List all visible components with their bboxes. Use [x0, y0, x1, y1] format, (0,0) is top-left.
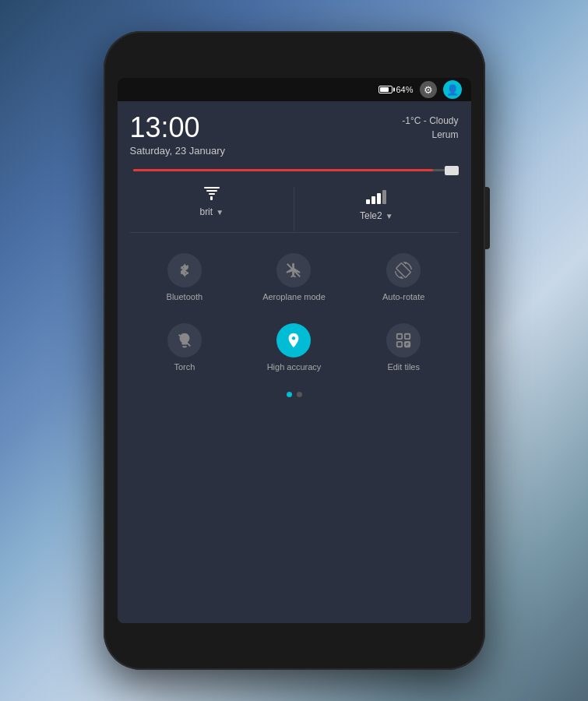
bluetooth-label: Bluetooth [167, 292, 202, 301]
tile-edittiles[interactable]: Edit tiles [349, 315, 459, 379]
tile-bluetooth[interactable]: Bluetooth [130, 245, 240, 309]
svg-point-12 [405, 342, 410, 347]
page-dots [130, 392, 459, 397]
signal-icon [366, 187, 386, 204]
wifi-dropdown-icon[interactable]: ▼ [216, 208, 224, 217]
svg-rect-7 [397, 334, 402, 339]
tile-aeroplane[interactable]: Aeroplane mode [239, 245, 349, 309]
quick-tiles-grid: Bluetooth Aeroplane mode [130, 245, 459, 379]
aeroplane-label: Aeroplane mode [262, 292, 326, 301]
tile-torch[interactable]: Torch [130, 315, 240, 379]
settings-icon[interactable]: ⚙ [420, 81, 437, 98]
wifi-label: brit ▼ [199, 206, 224, 217]
bluetooth-icon [167, 253, 202, 287]
aeroplane-icon [276, 253, 311, 287]
autorotate-icon [386, 253, 421, 287]
battery-icon [379, 86, 393, 93]
current-time: 13:00 [130, 114, 226, 142]
location-icon [276, 323, 311, 358]
highaccuracy-label: High accuracy [267, 362, 322, 372]
cellular-label: Tele2 ▼ [360, 210, 393, 221]
weather-section: -1°C - Cloudy Lerum [402, 114, 458, 142]
brightness-fill [133, 169, 433, 171]
brightness-track[interactable] [133, 169, 456, 171]
brightness-thumb[interactable] [445, 166, 459, 175]
network-row: brit ▼ Tele2 [130, 187, 459, 233]
avatar-icon[interactable]: 👤 [443, 80, 462, 99]
cellular-dropdown-icon[interactable]: ▼ [386, 212, 393, 220]
wifi-icon [204, 187, 220, 200]
brightness-slider-row[interactable] [130, 169, 459, 171]
cellular-network-item[interactable]: Tele2 ▼ [294, 187, 459, 232]
battery-info: 64% [379, 85, 413, 94]
page-dot-1[interactable] [287, 392, 292, 397]
weather-location: Lerum [402, 128, 458, 142]
phone-frame: 64% ⚙ 👤 13:00 Saturday, 23 January -1°C … [104, 31, 485, 670]
edit-tiles-icon [386, 323, 421, 358]
status-bar: 64% ⚙ 👤 [118, 78, 471, 101]
svg-rect-9 [397, 342, 402, 347]
tile-highaccuracy[interactable]: High accuracy [239, 315, 349, 379]
torch-label: Torch [174, 362, 195, 372]
svg-rect-8 [405, 334, 410, 339]
battery-percentage: 64% [396, 85, 413, 94]
weather-temp: -1°C - Cloudy [402, 114, 458, 128]
edit-tiles-label: Edit tiles [387, 362, 420, 372]
time-section: 13:00 Saturday, 23 January [130, 114, 226, 157]
top-info-row: 13:00 Saturday, 23 January -1°C - Cloudy… [130, 114, 459, 157]
screen: 64% ⚙ 👤 13:00 Saturday, 23 January -1°C … [118, 78, 471, 623]
torch-icon [167, 323, 202, 358]
wifi-network-item[interactable]: brit ▼ [130, 187, 295, 232]
current-date: Saturday, 23 January [130, 145, 226, 157]
page-dot-2[interactable] [297, 392, 302, 397]
autorotate-label: Auto-rotate [382, 292, 424, 301]
tile-autorotate[interactable]: Auto-rotate [349, 245, 459, 309]
notification-panel: 13:00 Saturday, 23 January -1°C - Cloudy… [118, 101, 471, 623]
